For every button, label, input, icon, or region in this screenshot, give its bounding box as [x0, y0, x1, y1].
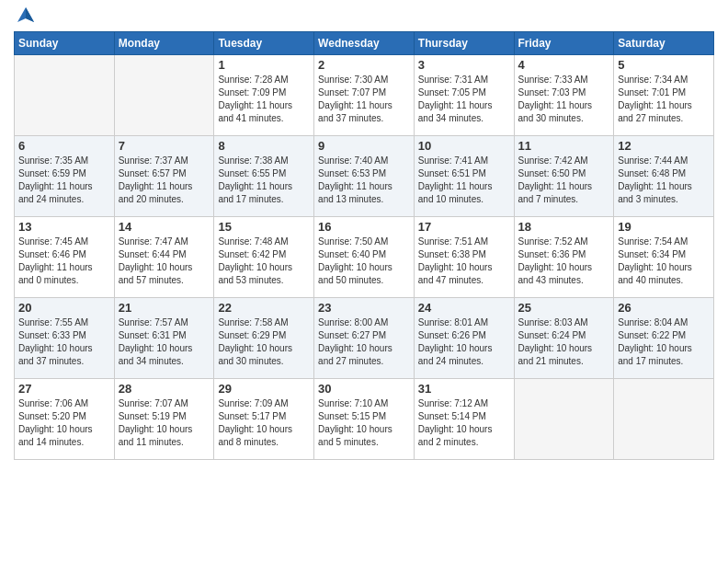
day-cell: 17Sunrise: 7:51 AM Sunset: 6:38 PM Dayli…	[414, 217, 514, 298]
day-info: Sunrise: 8:00 AM Sunset: 6:27 PM Dayligh…	[318, 316, 410, 368]
day-info: Sunrise: 7:44 AM Sunset: 6:48 PM Dayligh…	[618, 155, 710, 206]
day-info: Sunrise: 7:38 AM Sunset: 6:55 PM Dayligh…	[218, 155, 310, 206]
day-cell: 25Sunrise: 8:03 AM Sunset: 6:24 PM Dayli…	[514, 298, 614, 379]
day-info: Sunrise: 7:33 AM Sunset: 7:03 PM Dayligh…	[518, 74, 610, 125]
day-cell: 20Sunrise: 7:55 AM Sunset: 6:33 PM Dayli…	[15, 298, 115, 379]
day-cell	[514, 379, 614, 460]
day-number: 20	[18, 301, 110, 315]
day-cell: 4Sunrise: 7:33 AM Sunset: 7:03 PM Daylig…	[514, 55, 614, 136]
day-info: Sunrise: 7:47 AM Sunset: 6:44 PM Dayligh…	[119, 236, 210, 287]
day-cell	[114, 55, 214, 136]
day-number: 22	[218, 301, 310, 315]
day-info: Sunrise: 7:34 AM Sunset: 7:01 PM Dayligh…	[618, 74, 710, 125]
day-info: Sunrise: 7:58 AM Sunset: 6:29 PM Dayligh…	[218, 316, 310, 368]
day-number: 6	[18, 139, 110, 153]
day-info: Sunrise: 7:07 AM Sunset: 5:19 PM Dayligh…	[119, 397, 210, 449]
day-number: 11	[518, 139, 610, 153]
day-info: Sunrise: 7:09 AM Sunset: 5:17 PM Dayligh…	[218, 397, 310, 449]
day-info: Sunrise: 7:54 AM Sunset: 6:34 PM Dayligh…	[618, 236, 710, 287]
day-info: Sunrise: 7:55 AM Sunset: 6:33 PM Dayligh…	[18, 316, 110, 368]
day-number: 21	[119, 301, 210, 315]
day-info: Sunrise: 7:41 AM Sunset: 6:51 PM Dayligh…	[418, 155, 510, 206]
day-info: Sunrise: 7:42 AM Sunset: 6:50 PM Dayligh…	[518, 155, 610, 206]
day-info: Sunrise: 7:52 AM Sunset: 6:36 PM Dayligh…	[518, 236, 610, 287]
day-cell: 15Sunrise: 7:48 AM Sunset: 6:42 PM Dayli…	[214, 217, 314, 298]
day-info: Sunrise: 7:12 AM Sunset: 5:14 PM Dayligh…	[418, 397, 510, 449]
day-info: Sunrise: 7:37 AM Sunset: 6:57 PM Dayligh…	[119, 155, 210, 206]
day-cell: 10Sunrise: 7:41 AM Sunset: 6:51 PM Dayli…	[414, 136, 514, 217]
day-cell: 24Sunrise: 8:01 AM Sunset: 6:26 PM Dayli…	[414, 298, 514, 379]
day-cell: 1Sunrise: 7:28 AM Sunset: 7:09 PM Daylig…	[214, 55, 314, 136]
day-cell: 23Sunrise: 8:00 AM Sunset: 6:27 PM Dayli…	[314, 298, 415, 379]
day-cell: 5Sunrise: 7:34 AM Sunset: 7:01 PM Daylig…	[614, 55, 714, 136]
day-number: 5	[618, 58, 710, 72]
day-cell: 2Sunrise: 7:30 AM Sunset: 7:07 PM Daylig…	[314, 55, 415, 136]
day-number: 28	[119, 382, 210, 396]
day-cell: 31Sunrise: 7:12 AM Sunset: 5:14 PM Dayli…	[414, 379, 514, 460]
week-row-2: 6Sunrise: 7:35 AM Sunset: 6:59 PM Daylig…	[15, 136, 714, 217]
day-info: Sunrise: 7:06 AM Sunset: 5:20 PM Dayligh…	[18, 397, 110, 449]
day-cell: 18Sunrise: 7:52 AM Sunset: 6:36 PM Dayli…	[514, 217, 614, 298]
day-cell: 11Sunrise: 7:42 AM Sunset: 6:50 PM Dayli…	[514, 136, 614, 217]
day-number: 4	[518, 58, 610, 72]
day-info: Sunrise: 7:57 AM Sunset: 6:31 PM Dayligh…	[119, 316, 210, 368]
day-info: Sunrise: 7:10 AM Sunset: 5:15 PM Dayligh…	[318, 397, 410, 449]
weekday-thursday: Thursday	[414, 32, 514, 55]
day-number: 9	[318, 139, 410, 153]
week-row-3: 13Sunrise: 7:45 AM Sunset: 6:46 PM Dayli…	[15, 217, 714, 298]
day-info: Sunrise: 7:28 AM Sunset: 7:09 PM Dayligh…	[218, 74, 310, 125]
day-cell: 19Sunrise: 7:54 AM Sunset: 6:34 PM Dayli…	[614, 217, 714, 298]
header	[14, 9, 714, 26]
day-number: 19	[618, 220, 710, 234]
day-number: 12	[618, 139, 710, 153]
day-number: 31	[418, 382, 510, 396]
day-cell: 28Sunrise: 7:07 AM Sunset: 5:19 PM Dayli…	[114, 379, 214, 460]
day-info: Sunrise: 7:35 AM Sunset: 6:59 PM Dayligh…	[18, 155, 110, 206]
day-number: 25	[518, 301, 610, 315]
day-number: 13	[18, 220, 110, 234]
day-info: Sunrise: 7:31 AM Sunset: 7:05 PM Dayligh…	[418, 74, 510, 125]
day-number: 10	[418, 139, 510, 153]
day-number: 8	[218, 139, 310, 153]
day-number: 29	[218, 382, 310, 396]
day-info: Sunrise: 7:51 AM Sunset: 6:38 PM Dayligh…	[418, 236, 510, 287]
logo-icon	[16, 6, 36, 26]
day-number: 27	[18, 382, 110, 396]
day-info: Sunrise: 8:04 AM Sunset: 6:22 PM Dayligh…	[618, 316, 710, 368]
day-cell: 29Sunrise: 7:09 AM Sunset: 5:17 PM Dayli…	[214, 379, 314, 460]
day-cell	[614, 379, 714, 460]
day-info: Sunrise: 7:45 AM Sunset: 6:46 PM Dayligh…	[18, 236, 110, 287]
day-number: 24	[418, 301, 510, 315]
day-info: Sunrise: 7:40 AM Sunset: 6:53 PM Dayligh…	[318, 155, 410, 206]
weekday-tuesday: Tuesday	[214, 32, 314, 55]
day-cell: 30Sunrise: 7:10 AM Sunset: 5:15 PM Dayli…	[314, 379, 415, 460]
day-cell: 21Sunrise: 7:57 AM Sunset: 6:31 PM Dayli…	[114, 298, 214, 379]
day-cell: 27Sunrise: 7:06 AM Sunset: 5:20 PM Dayli…	[15, 379, 115, 460]
day-number: 23	[318, 301, 410, 315]
week-row-1: 1Sunrise: 7:28 AM Sunset: 7:09 PM Daylig…	[15, 55, 714, 136]
day-cell: 3Sunrise: 7:31 AM Sunset: 7:05 PM Daylig…	[414, 55, 514, 136]
day-number: 18	[518, 220, 610, 234]
day-cell: 14Sunrise: 7:47 AM Sunset: 6:44 PM Dayli…	[114, 217, 214, 298]
weekday-wednesday: Wednesday	[314, 32, 415, 55]
day-info: Sunrise: 7:30 AM Sunset: 7:07 PM Dayligh…	[318, 74, 410, 125]
day-number: 2	[318, 58, 410, 72]
day-number: 1	[218, 58, 310, 72]
day-number: 7	[119, 139, 210, 153]
day-cell: 26Sunrise: 8:04 AM Sunset: 6:22 PM Dayli…	[614, 298, 714, 379]
day-info: Sunrise: 7:48 AM Sunset: 6:42 PM Dayligh…	[218, 236, 310, 287]
day-number: 30	[318, 382, 410, 396]
day-info: Sunrise: 8:01 AM Sunset: 6:26 PM Dayligh…	[418, 316, 510, 368]
day-info: Sunrise: 7:50 AM Sunset: 6:40 PM Dayligh…	[318, 236, 410, 287]
day-number: 15	[218, 220, 310, 234]
day-cell: 13Sunrise: 7:45 AM Sunset: 6:46 PM Dayli…	[15, 217, 115, 298]
day-number: 16	[318, 220, 410, 234]
day-cell	[15, 55, 115, 136]
day-cell: 22Sunrise: 7:58 AM Sunset: 6:29 PM Dayli…	[214, 298, 314, 379]
day-number: 17	[418, 220, 510, 234]
day-cell: 7Sunrise: 7:37 AM Sunset: 6:57 PM Daylig…	[114, 136, 214, 217]
week-row-4: 20Sunrise: 7:55 AM Sunset: 6:33 PM Dayli…	[15, 298, 714, 379]
day-info: Sunrise: 8:03 AM Sunset: 6:24 PM Dayligh…	[518, 316, 610, 368]
weekday-saturday: Saturday	[614, 32, 714, 55]
day-cell: 6Sunrise: 7:35 AM Sunset: 6:59 PM Daylig…	[15, 136, 115, 217]
